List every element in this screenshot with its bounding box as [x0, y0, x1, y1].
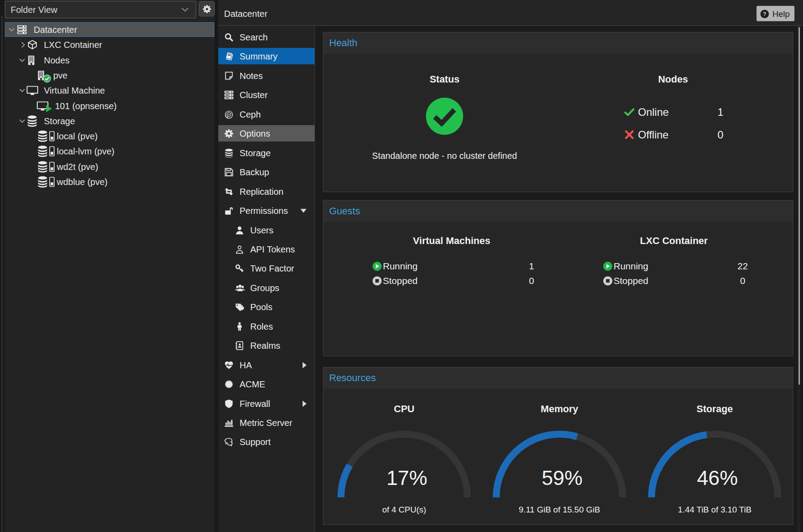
- svg-text:?: ?: [763, 11, 767, 17]
